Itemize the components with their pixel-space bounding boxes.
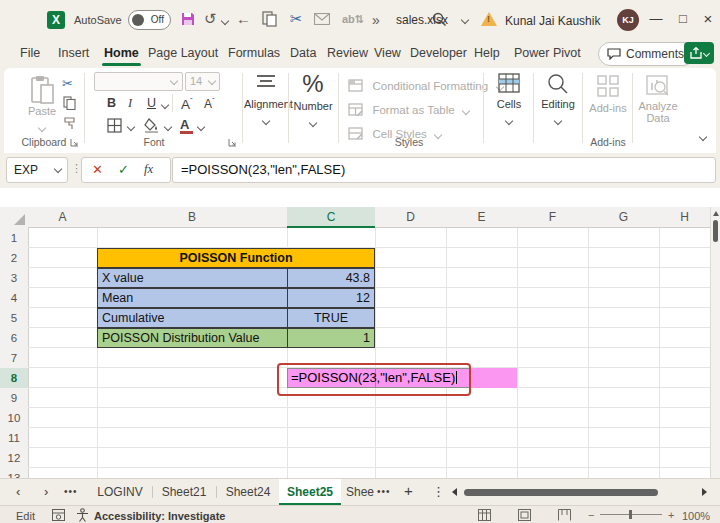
table-row-label[interactable]: X value	[97, 268, 288, 288]
increase-font-button[interactable]: Aˆ	[181, 96, 193, 112]
page-layout-view-icon[interactable]	[518, 509, 531, 521]
cut-icon[interactable]: ✂	[62, 76, 73, 91]
tab-data[interactable]: Data	[288, 43, 318, 63]
table-title-cell[interactable]: POISSON Function	[97, 248, 375, 268]
close-button[interactable]: ×	[697, 8, 719, 30]
undo-dropdown-icon[interactable]	[221, 17, 229, 25]
font-size-select[interactable]: 14	[185, 72, 220, 91]
table-row-label[interactable]: Mean	[97, 288, 288, 308]
number-button[interactable]: % Number	[290, 70, 336, 130]
table-row-label[interactable]: POISSON Distribution Value	[97, 328, 288, 348]
horizontal-scroll-thumb[interactable]	[464, 489, 658, 496]
name-box[interactable]: EXP	[6, 157, 68, 183]
tab-review[interactable]: Review	[325, 43, 370, 63]
tab-developer[interactable]: Developer	[408, 43, 469, 63]
translate-icon[interactable]: ab⇅	[342, 13, 364, 26]
minimize-button[interactable]: —	[645, 8, 667, 30]
paste-button[interactable]: Paste	[22, 75, 62, 135]
font-color-dropdown-icon[interactable]	[197, 123, 205, 131]
next-sheet-icon[interactable]: ›	[44, 484, 48, 499]
sheet-tab-sheet25[interactable]: Sheet25	[279, 479, 341, 505]
accessibility-status[interactable]: Accessibility: Investigate	[94, 510, 225, 522]
italic-button[interactable]: I	[128, 96, 132, 111]
row-header-12[interactable]: 12	[0, 448, 29, 469]
format-as-table-button[interactable]: Format as Table	[348, 100, 469, 118]
tab-file[interactable]: File	[18, 43, 42, 63]
format-painter-icon[interactable]	[63, 116, 77, 130]
select-all-corner[interactable]	[0, 207, 29, 229]
decrease-font-button[interactable]: Aˇ	[204, 96, 215, 111]
sheet-tab-sheet24[interactable]: Sheet24	[220, 479, 276, 505]
font-dialog-launcher-icon[interactable]	[228, 138, 238, 148]
user-name[interactable]: Kunal Jai Kaushik	[505, 14, 600, 28]
sheet-list-icon[interactable]: •••	[64, 486, 78, 497]
vertical-scrollbar[interactable]	[710, 207, 720, 478]
sheet-tab-sheet21[interactable]: Sheet21	[156, 479, 212, 505]
more-sheets-icon[interactable]: •••	[377, 486, 391, 497]
row-header-13[interactable]: 13	[0, 468, 29, 478]
editing-button[interactable]: Editing	[536, 73, 580, 128]
cancel-icon[interactable]: ✕	[92, 162, 103, 177]
sheet-options-icon[interactable]: ⋮	[432, 484, 445, 499]
cells-button[interactable]: Cells	[488, 73, 530, 128]
avatar[interactable]: KJ	[617, 9, 639, 31]
column-header-f[interactable]: F	[517, 207, 589, 228]
hscroll-left-icon[interactable]	[452, 488, 457, 496]
column-header-h[interactable]: H	[659, 207, 711, 228]
zoom-in-icon[interactable]: +	[668, 509, 674, 521]
table-row-value[interactable]: 43.8	[287, 268, 375, 288]
insert-function-icon[interactable]: fx	[144, 162, 153, 177]
table-row-value[interactable]: 1	[287, 328, 375, 348]
warning-icon[interactable]	[481, 12, 497, 26]
row-header-2[interactable]: 2	[0, 248, 29, 269]
borders-icon[interactable]	[107, 118, 122, 133]
row-header-5[interactable]: 5	[0, 308, 29, 329]
tab-help[interactable]: Help	[472, 43, 502, 63]
zoom-slider-thumb[interactable]	[629, 510, 632, 519]
column-header-c[interactable]: C	[287, 207, 376, 228]
underline-button[interactable]: U	[147, 96, 156, 110]
copy-icon[interactable]	[262, 11, 277, 27]
sheet-tab-loginv[interactable]: LOGINV	[92, 479, 148, 505]
column-header-a[interactable]: A	[28, 207, 98, 228]
clipboard-dialog-launcher-icon[interactable]	[70, 138, 80, 148]
analyze-data-button[interactable]: AnalyzeData	[636, 75, 680, 124]
row-header-4[interactable]: 4	[0, 288, 29, 309]
table-row-value[interactable]: 12	[287, 288, 375, 308]
tab-page-layout[interactable]: Page Layout	[146, 43, 220, 63]
column-header-d[interactable]: D	[375, 207, 447, 228]
send-attachment-icon[interactable]	[314, 13, 330, 25]
font-name-select[interactable]	[94, 72, 183, 91]
prev-sheet-icon[interactable]: ‹	[16, 484, 20, 499]
conditional-formatting-button[interactable]: Conditional Formatting	[348, 76, 503, 94]
fill-color-icon[interactable]	[144, 118, 160, 133]
row-header-8[interactable]: 8	[0, 368, 29, 389]
enter-icon[interactable]: ✓	[118, 162, 129, 177]
autosave-toggle[interactable]: Off	[128, 10, 171, 30]
accessibility-icon[interactable]	[76, 508, 89, 522]
comments-button[interactable]: Comments	[598, 42, 695, 66]
borders-dropdown-icon[interactable]	[127, 123, 135, 131]
page-break-view-icon[interactable]	[558, 509, 571, 521]
row-header-10[interactable]: 10	[0, 408, 29, 429]
sheet-tab-partial[interactable]: Shee	[345, 479, 375, 505]
font-color-icon[interactable]: A	[180, 117, 193, 134]
hscroll-right-icon[interactable]	[702, 488, 707, 496]
row-header-3[interactable]: 3	[0, 268, 29, 289]
tab-insert[interactable]: Insert	[56, 43, 91, 63]
table-row-value[interactable]: TRUE	[287, 308, 375, 328]
save-icon[interactable]	[180, 11, 196, 27]
column-header-e[interactable]: E	[446, 207, 518, 228]
zoom-level[interactable]: 100%	[682, 510, 710, 522]
row-header-7[interactable]: 7	[0, 348, 29, 369]
normal-view-icon[interactable]	[478, 509, 491, 521]
tab-home[interactable]: Home	[102, 43, 141, 63]
column-header-g[interactable]: G	[588, 207, 660, 228]
maximize-button[interactable]: □	[672, 8, 694, 30]
zoom-out-icon[interactable]: −	[588, 509, 594, 521]
formula-input[interactable]: =POISSON(23,"len",FALSE)	[172, 157, 716, 183]
fill-color-dropdown-icon[interactable]	[164, 123, 172, 131]
row-header-6[interactable]: 6	[0, 328, 29, 349]
row-header-11[interactable]: 11	[0, 428, 29, 449]
share-button[interactable]	[684, 42, 714, 64]
